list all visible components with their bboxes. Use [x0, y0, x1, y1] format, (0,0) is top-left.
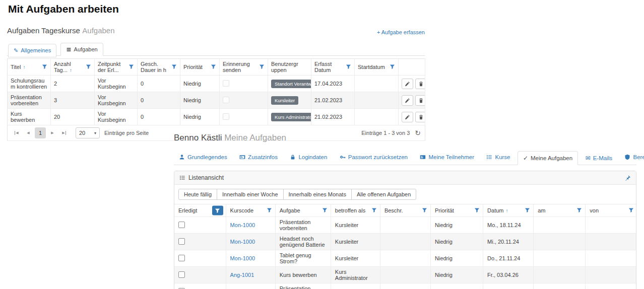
filter-icon[interactable] — [322, 208, 328, 213]
edit-button[interactable] — [402, 112, 413, 122]
delete-button[interactable] — [415, 112, 425, 122]
col-betroffen-als[interactable]: betroffen als — [331, 204, 380, 217]
kurscode-link[interactable]: Mon-1000 — [230, 255, 255, 261]
page-size-select[interactable]: 20 ▾ — [76, 127, 100, 138]
col-dauer[interactable]: Gesch. Dauer in h — [138, 59, 180, 76]
prev-page-button[interactable]: ◀ — [23, 128, 33, 138]
erinnerung-checkbox[interactable] — [223, 113, 229, 120]
cell-betroffen-als: Kursleiter — [331, 234, 380, 250]
col-beschr[interactable]: Beschr. — [380, 204, 430, 217]
key-icon — [340, 154, 346, 160]
kurscode-link[interactable]: Ang-1001 — [230, 272, 254, 278]
aufgaben-table: Erledigt Kurscode Aufgabe betroffen als … — [174, 204, 636, 289]
cell-anzahl: 20 — [51, 109, 95, 125]
tab-grundlegendes[interactable]: Grundlegendes — [174, 151, 232, 164]
filter-icon[interactable] — [86, 64, 92, 70]
cell-aufgabe: Kurs bewerben — [275, 267, 331, 283]
filter-icon[interactable] — [474, 208, 480, 213]
last-page-button[interactable]: ▶ — [59, 128, 69, 138]
filter-icon[interactable] — [42, 64, 48, 70]
cell-am — [534, 283, 586, 289]
tab-aufgaben[interactable]: Aufgaben — [60, 43, 103, 56]
filter-innerhalb-monat-button[interactable]: Innerhalb eines Monats — [283, 189, 352, 200]
filter-icon[interactable] — [267, 208, 273, 213]
edit-button[interactable] — [402, 79, 413, 89]
tab-berechtigungen[interactable]: Berechtigungen — [619, 151, 644, 164]
filter-icon[interactable] — [211, 64, 217, 70]
tab-kurse[interactable]: Kurse — [481, 151, 515, 164]
col-aufgabe[interactable]: Aufgabe — [275, 204, 331, 217]
col-erfasst-datum[interactable]: Erfasst Datum — [311, 59, 355, 76]
pin-icon[interactable] — [624, 175, 631, 181]
filter-innerhalb-woche-button[interactable]: Innerhalb einer Woche — [217, 189, 283, 200]
delete-button[interactable] — [415, 95, 425, 106]
cell-prioritaet: Niedrig — [180, 92, 220, 109]
benutzergruppe-badge: Standort Verantwortung — [271, 80, 311, 88]
delete-button[interactable] — [415, 79, 425, 89]
tab-zusatzinfos[interactable]: Zusatzinfos — [234, 151, 283, 164]
filter-icon[interactable] — [576, 208, 583, 213]
erledigt-checkbox[interactable] — [178, 255, 185, 261]
table-row: Präsentation vorbereiten 3 Vor Kursbegin… — [8, 92, 425, 109]
kurscode-link[interactable]: Mon-1000 — [230, 239, 255, 245]
cell-erfasst: 21.02.2023 — [311, 109, 355, 125]
filter-icon[interactable] — [346, 64, 352, 70]
cell-prioritaet: Niedrig — [431, 234, 483, 250]
current-page[interactable]: 1 — [35, 127, 46, 138]
col-prioritaet[interactable]: Priorität — [431, 204, 483, 217]
tab-passwort-zuruecksetzen[interactable]: Passwort zurücksetzen — [335, 151, 413, 164]
col-zeitpunkt[interactable]: Zeitpunkt der Erl... — [95, 59, 138, 76]
erinnerung-checkbox[interactable] — [223, 80, 229, 87]
col-startdatum[interactable]: Startdatum — [355, 59, 399, 76]
erledigt-checkbox[interactable] — [178, 238, 185, 245]
screen: Mit Aufgaben arbeiten Aufgaben Tageskurs… — [0, 0, 644, 289]
add-aufgabe-link[interactable]: + Aufgabe erfassen — [377, 29, 425, 35]
cell-am — [534, 267, 586, 283]
col-von[interactable]: von — [586, 204, 636, 217]
cell-datum: Mo., 20.04.26 — [483, 283, 534, 289]
col-prioritaet[interactable]: Priorität — [180, 59, 220, 76]
col-kurscode[interactable]: Kurscode — [226, 204, 275, 217]
col-am[interactable]: am — [534, 204, 586, 217]
filter-icon[interactable] — [171, 64, 177, 70]
col-erledigt[interactable]: Erledigt — [174, 204, 226, 217]
filter-icon[interactable] — [525, 208, 531, 213]
filter-icon[interactable] — [128, 64, 135, 70]
list-icon — [179, 175, 185, 181]
filter-icon[interactable] — [628, 208, 634, 213]
filter-icon[interactable] — [422, 208, 428, 213]
filter-active-icon[interactable] — [212, 206, 223, 215]
tab-allgemeines[interactable]: ✎ Allgemeines — [8, 44, 56, 57]
tab-meine-aufgaben[interactable]: ✓Meine Aufgaben — [518, 151, 578, 165]
shield-icon — [624, 154, 630, 160]
cell-betroffen-als: Kursleiter — [331, 217, 380, 234]
table-row: Mon-1000 Tablet genug Strom? Kursleiter … — [174, 250, 636, 267]
filter-heute-faellig-button[interactable]: Heute fällig — [178, 189, 217, 200]
kurscode-link[interactable]: Mon-1000 — [230, 222, 255, 228]
tab-emails[interactable]: ✉E-Mails — [581, 152, 617, 165]
layers-icon — [66, 47, 72, 52]
panel-tageskurse-title: Aufgaben Tageskurse Aufgaben — [7, 26, 115, 35]
tab-meine-teilnehmer[interactable]: Meine Teilnehmer — [415, 151, 479, 164]
filter-icon[interactable] — [371, 208, 377, 213]
cell-von — [586, 283, 636, 289]
col-datum[interactable]: Datum↑ — [483, 204, 534, 217]
erledigt-checkbox[interactable] — [178, 222, 185, 228]
first-page-button[interactable]: ◀ — [12, 128, 22, 138]
col-erinnerung[interactable]: Erinnerung senden — [220, 59, 268, 76]
next-page-button[interactable]: ▶ — [47, 128, 57, 138]
tab-logindaten[interactable]: Logindaten — [285, 151, 332, 164]
filter-alle-offenen-button[interactable]: Alle offenen Aufgaben — [351, 189, 416, 200]
filter-icon[interactable] — [390, 64, 396, 70]
col-benutzergruppen[interactable]: Benutzergruppen — [268, 59, 311, 76]
edit-button[interactable] — [402, 95, 413, 106]
cell-anzahl: 3 — [51, 92, 95, 109]
card-icon — [239, 154, 245, 160]
cell-aufgabe: Tablet genug Strom? — [275, 250, 331, 267]
col-titel[interactable]: Titel↑ — [8, 59, 51, 76]
erledigt-checkbox[interactable] — [178, 271, 185, 278]
col-anzahl-tage[interactable]: Anzahl Tag...↑ — [51, 59, 95, 76]
filter-icon[interactable] — [259, 64, 265, 70]
cell-betroffen-als: Kursleiter — [331, 250, 380, 267]
erinnerung-checkbox[interactable] — [223, 97, 229, 103]
